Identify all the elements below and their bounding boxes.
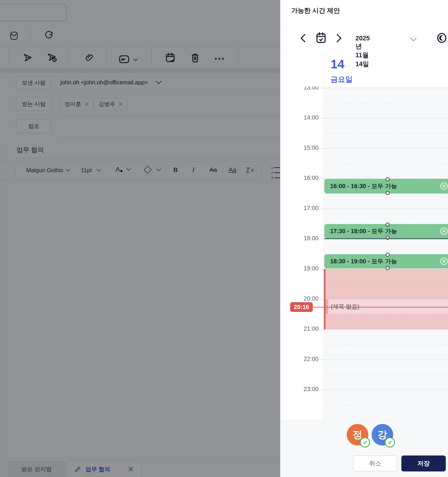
date-picker[interactable]: 2025년 11월 14일 [355, 35, 370, 69]
calendar-check-icon[interactable] [315, 31, 327, 44]
untitled-event-cap [326, 299, 328, 314]
suggestion-event-label: 16:00 - 16:30 - 모두 가능 [330, 182, 397, 190]
half-hour-gridline [324, 163, 448, 164]
busy-region-edge [324, 269, 326, 329]
attendee-accepted-icon [360, 437, 370, 447]
modal-dim-overlay [0, 0, 280, 477]
hour-tick [321, 269, 324, 269]
hour-tick [321, 359, 324, 360]
attendee-accepted-icon [385, 437, 395, 447]
hour-label: 22:00 [280, 356, 319, 363]
mail-compose-pane: 보낸 사람 john.oh <john.oh@officemail.app> 받… [0, 0, 280, 477]
current-time-line [313, 307, 448, 308]
hour-label: 14:00 [280, 114, 319, 121]
hour-tick [321, 329, 324, 330]
save-button[interactable]: 저장 [401, 455, 446, 471]
hour-tick [321, 88, 324, 88]
suggestion-event[interactable]: 16:00 - 16:30 - 모두 가능 [324, 179, 448, 193]
resize-handle-bottom[interactable] [386, 191, 390, 195]
half-hour-gridline [324, 103, 448, 103]
hour-label: 18:00 [280, 235, 319, 242]
hour-gridline [324, 88, 448, 88]
screen: 보낸 사람 john.oh <john.oh@officemail.app> 받… [0, 0, 448, 477]
divider [324, 54, 324, 87]
day-weekday: 금요일 [331, 75, 352, 84]
hour-tick [321, 299, 324, 299]
hour-gridline [324, 390, 448, 390]
panel-title: 가능한 시간 제안 [291, 6, 340, 15]
resize-handle-bottom[interactable] [386, 236, 390, 240]
suggestion-event-label: 17:30 - 18:00 - 모두 가능 [330, 227, 397, 235]
hour-tick [321, 178, 324, 179]
resize-handle-bottom[interactable] [386, 266, 390, 270]
hour-gridline [324, 118, 448, 119]
hour-label: 17:00 [280, 205, 319, 212]
chevron-down-icon[interactable] [410, 37, 417, 42]
hour-tick [321, 118, 324, 119]
hour-tick [321, 239, 324, 239]
remove-suggestion-icon[interactable] [440, 257, 448, 266]
day-number: 14 [331, 57, 344, 71]
half-hour-gridline [324, 375, 448, 375]
hour-gridline [324, 148, 448, 149]
half-hour-gridline [324, 344, 448, 345]
suggestion-event[interactable]: 17:30 - 18:00 - 모두 가능 [324, 224, 448, 238]
time-suggestion-panel: 가능한 시간 제안 2025년 11월 14일 [280, 0, 448, 477]
resize-handle-top[interactable] [386, 253, 390, 257]
current-time-badge: 20:16 [290, 302, 313, 312]
drag-guide-line [324, 238, 448, 239]
hour-tick [321, 390, 324, 390]
theme-toggle-icon[interactable] [437, 33, 447, 43]
hour-tick [321, 209, 324, 209]
untitled-event[interactable]: (제목 없음) [326, 299, 448, 314]
hour-gridline [324, 329, 448, 330]
hour-tick [321, 148, 324, 149]
hour-label: 15:00 [280, 144, 319, 151]
untitled-event-title: (제목 없음) [331, 303, 359, 311]
hour-gridline [324, 359, 448, 360]
suggestion-event[interactable]: 18:30 - 19:00 - 모두 가능 [324, 254, 448, 268]
divider [280, 24, 448, 25]
hour-label: 16:00 [280, 175, 319, 181]
hour-label: 20:00 [280, 295, 319, 302]
prev-day-button[interactable] [300, 34, 306, 43]
day-grid[interactable]: (제목 없음) [280, 87, 448, 420]
hour-label: 19:00 [280, 265, 319, 272]
suggestion-event-label: 18:30 - 19:00 - 모두 가능 [330, 257, 397, 265]
remove-suggestion-icon[interactable] [440, 182, 448, 190]
busy-region [326, 269, 448, 329]
half-hour-gridline [324, 405, 448, 405]
hour-label: 21:00 [280, 325, 319, 332]
hour-label: 13:00 [280, 87, 319, 91]
divider [324, 87, 324, 420]
half-hour-gridline [324, 133, 448, 134]
hour-gridline [324, 209, 448, 209]
next-day-button[interactable] [336, 34, 342, 43]
divider [280, 54, 448, 54]
resize-handle-top[interactable] [386, 177, 390, 181]
hour-label: 23:00 [280, 386, 319, 393]
panel-footer: 정 강 취소 저장 [280, 420, 448, 477]
resize-handle-top[interactable] [386, 222, 390, 227]
remove-suggestion-icon[interactable] [440, 227, 448, 235]
cancel-button[interactable]: 취소 [353, 455, 397, 471]
